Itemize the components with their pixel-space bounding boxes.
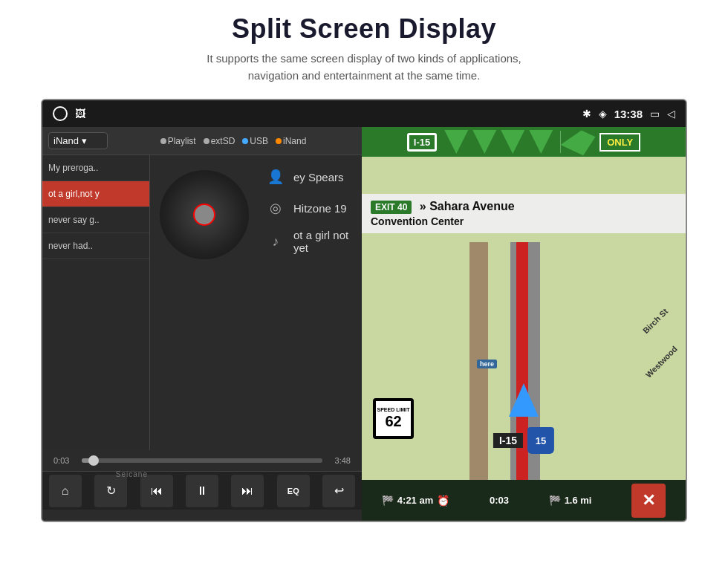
duration-value: 0:03 <box>490 495 509 506</box>
album-art <box>160 170 249 259</box>
dot-usb <box>242 138 248 144</box>
status-bar: 🖼 ✱ ◈ 13:38 ▭ ◁ <box>42 100 686 127</box>
exit-subtext: Convention Center <box>371 215 677 227</box>
exit-badge: EXIT 40 <box>371 201 412 214</box>
speed-limit-label: SPEED LIMIT <box>377 407 410 413</box>
track-info-area: 👤 ey Spears ◎ Hitzone 19 ♪ ot a girl not <box>258 155 362 450</box>
home-circle-icon <box>53 106 68 121</box>
status-right: ✱ ◈ 13:38 ▭ ◁ <box>582 108 675 120</box>
page-wrapper: Split Screen Display It supports the sam… <box>0 0 728 522</box>
arrow-4 <box>529 130 553 154</box>
here-badge: here <box>477 360 497 368</box>
time-current: 0:03 <box>53 456 76 465</box>
screen-icon: ▭ <box>650 108 660 120</box>
split-area: iNand ▾ Playlist extSD <box>42 127 686 521</box>
device-frame: 🖼 ✱ ◈ 13:38 ▭ ◁ iNand ▾ <box>41 99 687 522</box>
nav-arrow <box>509 383 539 417</box>
highway-sign: I-15 ONLY <box>362 127 686 157</box>
track-title-row: ♪ ot a girl not yet <box>265 229 354 254</box>
flag-icon-1: 🏁 <box>382 495 394 506</box>
down-arrows-2 <box>568 130 592 154</box>
nav-bottom-bar: 🏁 4:21 am ⏰ 0:03 🏁 1.6 mi ✕ <box>362 480 686 521</box>
status-time: 13:38 <box>614 108 643 120</box>
source-bar: iNand ▾ Playlist extSD <box>42 127 362 155</box>
page-subtitle: It supports the same screen display of t… <box>0 51 728 84</box>
track-artist: ey Spears <box>293 171 344 183</box>
back-icon: ◁ <box>667 108 675 120</box>
source-inand[interactable]: iNand <box>276 136 306 146</box>
i15-shield: 15 <box>527 427 554 454</box>
nav-stat-duration: 0:03 <box>490 495 509 506</box>
status-left: 🖼 <box>53 106 85 121</box>
dot-extsd <box>204 138 209 144</box>
time-total: 3:48 <box>328 456 351 465</box>
only-sign: ONLY <box>599 133 640 152</box>
source-dropdown-label: iNand <box>53 135 79 146</box>
music-note-icon: ♪ <box>265 231 286 252</box>
playlist: My preroga.. ot a girl,not y never say g… <box>42 155 150 450</box>
watermark: Seicane <box>41 469 154 480</box>
track-album-row: ◎ Hitzone 19 <box>265 198 354 218</box>
arrow-3 <box>501 130 524 154</box>
close-button[interactable]: ✕ <box>631 484 666 518</box>
speed-number: 62 <box>385 413 401 430</box>
dot-playlist <box>160 138 166 144</box>
progress-track[interactable] <box>82 458 322 463</box>
chevron-down-icon: ▾ <box>82 135 87 146</box>
person-icon: 👤 <box>265 166 286 187</box>
location-icon: ◈ <box>599 108 607 120</box>
nav-panel: I-15 ONLY <box>362 127 686 521</box>
source-usb[interactable]: USB <box>242 136 268 146</box>
player-area: 👤 ey Spears ◎ Hitzone 19 ♪ ot a girl not <box>150 155 362 450</box>
arrow-2 <box>472 130 496 154</box>
i15-sign: I-15 15 <box>493 427 554 454</box>
album-art-inner <box>193 204 215 226</box>
playlist-item-3[interactable]: never had.. <box>42 233 149 259</box>
eq-button[interactable]: EQ <box>277 475 310 507</box>
next-button[interactable]: ⏭ <box>231 475 264 507</box>
distance-value: 1.6 mi <box>565 495 592 506</box>
player-main: 👤 ey Spears ◎ Hitzone 19 ♪ ot a girl not <box>150 155 362 450</box>
exit-sign-area: EXIT 40 » Sahara Avenue Convention Cente… <box>362 194 686 233</box>
playlist-item-0[interactable]: My preroga.. <box>42 155 149 181</box>
nav-stat-distance: 🏁 1.6 mi <box>549 495 592 506</box>
page-header: Split Screen Display It supports the sam… <box>0 0 728 91</box>
i15-label: I-15 <box>493 433 523 448</box>
album-art-area <box>150 155 258 450</box>
track-title: ot a girl not yet <box>293 229 354 254</box>
source-dropdown[interactable]: iNand ▾ <box>48 132 108 149</box>
flag-icon-2: 🏁 <box>549 495 561 506</box>
nav-stat-arrival: 🏁 4:21 am ⏰ <box>382 495 449 507</box>
track-artist-row: 👤 ey Spears <box>265 166 354 187</box>
music-content-row: My preroga.. ot a girl,not y never say g… <box>42 155 362 450</box>
exit-text: » Sahara Avenue <box>420 200 515 212</box>
clock-icon: ⏰ <box>437 495 449 507</box>
music-panel: iNand ▾ Playlist extSD <box>42 127 362 521</box>
source-playlist[interactable]: Playlist <box>160 136 196 146</box>
play-pause-button[interactable]: ⏸ <box>186 475 218 507</box>
page-title: Split Screen Display <box>0 13 728 45</box>
bluetooth-icon: ✱ <box>582 108 591 120</box>
down-arrows <box>444 130 553 154</box>
image-icon: 🖼 <box>75 108 85 120</box>
source-extsd[interactable]: extSD <box>204 136 235 146</box>
playlist-item-1[interactable]: ot a girl,not y <box>42 181 149 207</box>
arrival-time: 4:21 am <box>397 495 433 506</box>
road-signs-top: I-15 ONLY <box>362 127 686 194</box>
source-options: Playlist extSD USB iNand <box>111 136 356 146</box>
progress-thumb[interactable] <box>88 455 99 466</box>
arrow-1 <box>444 130 468 154</box>
progress-area: 0:03 3:48 <box>42 450 362 471</box>
disc-icon: ◎ <box>265 198 286 218</box>
track-album: Hitzone 19 <box>293 202 347 215</box>
highway-badge: I-15 <box>407 133 437 152</box>
speed-limit-sign: SPEED LIMIT 62 <box>373 398 414 439</box>
back-button[interactable]: ↩ <box>322 475 355 507</box>
playlist-item-2[interactable]: never say g.. <box>42 207 149 233</box>
dot-inand <box>276 138 282 144</box>
